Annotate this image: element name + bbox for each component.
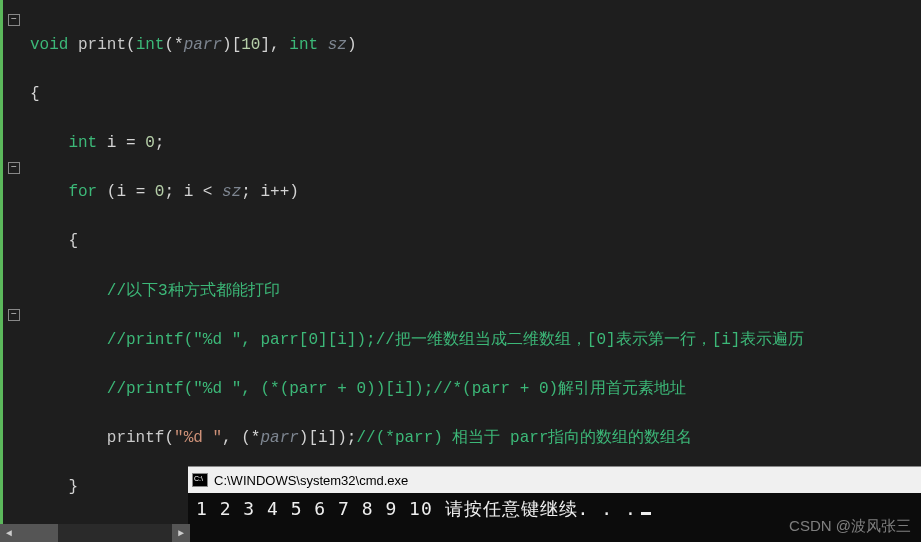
- cursor: [641, 512, 651, 515]
- fold-toggle[interactable]: −: [8, 14, 20, 26]
- code-area[interactable]: void print(int(*parr)[10], int sz) { int…: [24, 0, 921, 542]
- scroll-left-arrow[interactable]: ◄: [0, 524, 18, 542]
- keyword-for: for: [68, 183, 97, 201]
- output-text: 1 2 3 4 5 6 7 8 9 10 请按任意键继续. . .: [196, 498, 637, 519]
- scroll-right-arrow[interactable]: ►: [172, 524, 190, 542]
- cmd-icon: [192, 473, 208, 487]
- func-name: print: [78, 36, 126, 54]
- format-string: "%d ": [174, 429, 222, 447]
- scroll-thumb[interactable]: [18, 524, 58, 542]
- fold-gutter: − − −: [0, 0, 24, 542]
- param-sz: sz: [328, 36, 347, 54]
- code-editor: − − − void print(int(*parr)[10], int sz)…: [0, 0, 921, 542]
- scroll-track[interactable]: [18, 524, 172, 542]
- printf-call: printf: [107, 429, 165, 447]
- console-titlebar[interactable]: C:\WINDOWS\system32\cmd.exe: [188, 467, 921, 493]
- keyword-void: void: [30, 36, 68, 54]
- console-title: C:\WINDOWS\system32\cmd.exe: [214, 473, 408, 488]
- horizontal-scrollbar[interactable]: ◄ ►: [0, 524, 190, 542]
- fold-toggle[interactable]: −: [8, 309, 20, 321]
- comment: //以下3种方式都能打印: [30, 282, 280, 300]
- param-parr: parr: [184, 36, 222, 54]
- watermark: CSDN @波风张三: [789, 517, 911, 536]
- fold-toggle[interactable]: −: [8, 162, 20, 174]
